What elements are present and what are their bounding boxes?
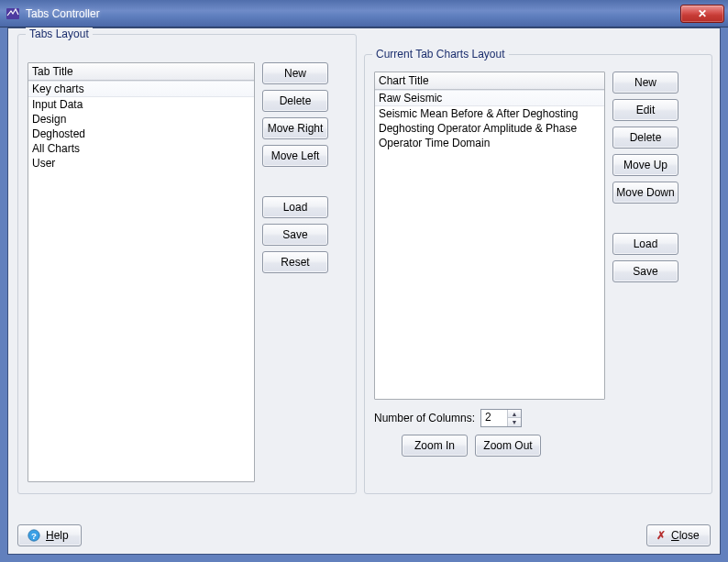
client-area: Tabs Layout Tab Title Key charts Input D… (7, 28, 721, 555)
tabs-layout-group: Tabs Layout Tab Title Key charts Input D… (17, 34, 357, 494)
tabs-list-item[interactable]: Key charts (28, 81, 254, 97)
zoom-out-button[interactable]: Zoom Out (475, 435, 541, 457)
delete-tab-button[interactable]: Delete (262, 90, 328, 112)
window-frame: Tabs Layout Tab Title Key charts Input D… (0, 28, 728, 562)
window-close-button[interactable]: ✕ (680, 5, 724, 23)
ncols-label: Number of Columns: (374, 412, 475, 424)
ncols-value[interactable]: 2 (481, 410, 507, 426)
charts-layout-legend: Current Tab Charts Layout (372, 48, 509, 61)
charts-layout-group: Current Tab Charts Layout Chart Title Ra… (364, 54, 712, 494)
help-label-rest: elp (54, 529, 69, 542)
charts-list-item[interactable]: Raw Seismic (375, 90, 604, 106)
charts-list-item[interactable]: Deghosting Operator Amplitude & Phase (375, 121, 604, 136)
tabs-list-item[interactable]: User (28, 156, 254, 171)
charts-list[interactable]: Chart Title Raw Seismic Seismic Mean Bef… (374, 72, 605, 400)
delete-chart-button[interactable]: Delete (612, 127, 678, 149)
x-icon: ✗ (656, 529, 666, 542)
charts-list-item[interactable]: Seismic Mean Before & After Deghosting (375, 106, 604, 121)
spinner-up-icon[interactable]: ▲ (508, 410, 521, 418)
new-chart-button[interactable]: New (612, 72, 678, 94)
ncols-spinner[interactable]: 2 ▲ ▼ (480, 409, 522, 427)
help-icon: ? (28, 529, 40, 542)
move-left-button[interactable]: Move Left (262, 145, 328, 167)
zoom-in-button[interactable]: Zoom In (402, 435, 468, 457)
tabs-list-header[interactable]: Tab Title (28, 63, 254, 81)
charts-list-header[interactable]: Chart Title (375, 72, 604, 90)
svg-text:?: ? (31, 531, 37, 541)
app-icon (6, 6, 20, 21)
charts-list-item[interactable]: Operator Time Domain (375, 136, 604, 150)
tabs-layout-legend: Tabs Layout (26, 28, 93, 40)
close-label-initial: C (671, 529, 679, 542)
save-charts-button[interactable]: Save (612, 260, 678, 282)
close-dialog-button[interactable]: ✗ Close (646, 524, 711, 546)
edit-chart-button[interactable]: Edit (612, 99, 678, 121)
tabs-list-item[interactable]: Input Data (28, 97, 254, 112)
close-icon: ✕ (698, 8, 707, 19)
new-tab-button[interactable]: New (262, 62, 328, 84)
spinner-down-icon[interactable]: ▼ (508, 418, 521, 426)
move-up-chart-button[interactable]: Move Up (612, 154, 678, 176)
move-right-button[interactable]: Move Right (262, 117, 328, 139)
help-button[interactable]: ? Help (17, 524, 82, 546)
bottom-bar: ? Help ✗ Close (17, 524, 711, 546)
load-charts-button[interactable]: Load (612, 233, 678, 255)
move-down-chart-button[interactable]: Move Down (612, 182, 678, 204)
save-tabs-button[interactable]: Save (262, 224, 328, 246)
help-label-initial: H (46, 529, 54, 542)
tabs-list-item[interactable]: Design (28, 112, 254, 127)
tabs-list-item[interactable]: All Charts (28, 141, 254, 156)
tabs-list-item[interactable]: Deghosted (28, 127, 254, 141)
window-title: Tabs Controller (26, 7, 100, 20)
tabs-list[interactable]: Tab Title Key charts Input Data Design D… (28, 62, 255, 482)
title-bar: Tabs Controller ✕ (0, 0, 728, 28)
reset-tabs-button[interactable]: Reset (262, 251, 328, 273)
close-label-rest: lose (679, 529, 700, 542)
load-tabs-button[interactable]: Load (262, 196, 328, 218)
